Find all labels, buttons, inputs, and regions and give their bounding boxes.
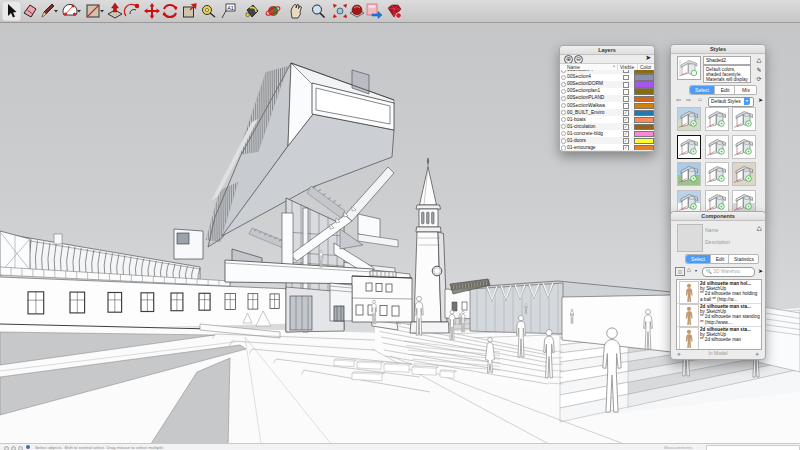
svg-text:A1: A1 (227, 5, 234, 11)
